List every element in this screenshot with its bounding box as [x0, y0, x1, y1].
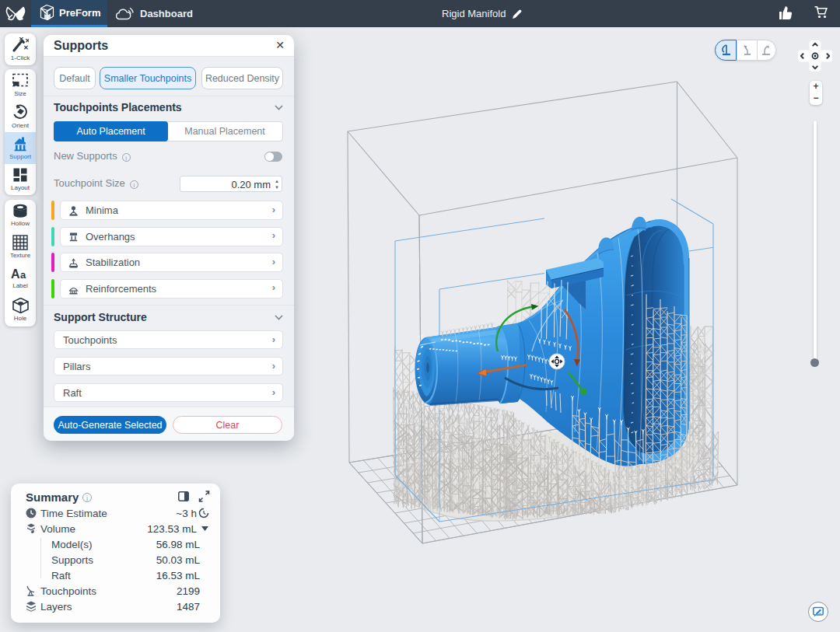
svg-text:A: A [11, 267, 20, 281]
svg-text:✕: ✕ [25, 37, 29, 44]
svg-text:✕: ✕ [19, 37, 24, 43]
svg-text:a: a [20, 269, 26, 281]
svg-text:✕: ✕ [23, 44, 29, 51]
